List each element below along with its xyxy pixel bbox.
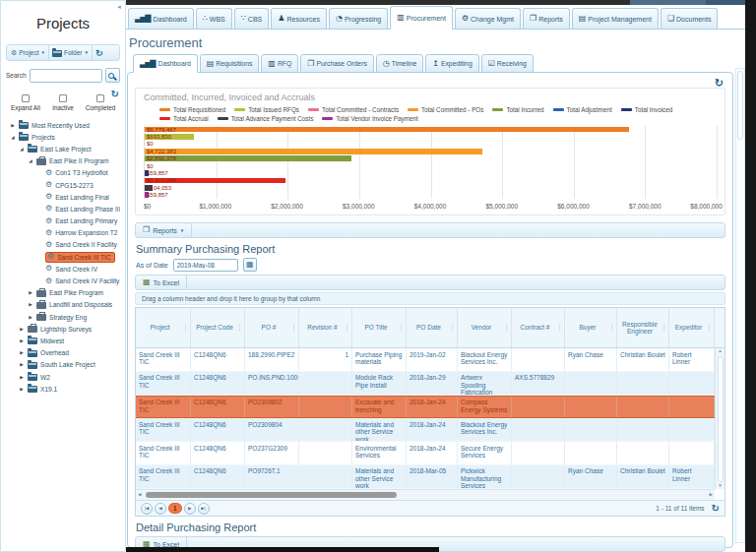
legend-item-total-committed-contracts[interactable]: Total Committed - Contracts [308, 106, 399, 113]
folder-menu-button[interactable]: Folder ▼ [49, 45, 93, 60]
subtab-purchase-orders[interactable]: ❐Purchase Orders [300, 54, 374, 73]
summary-to-excel-button[interactable]: ▦ To Excel [136, 276, 187, 289]
column-header-revision[interactable]: Revision #⋮ [299, 308, 352, 347]
scroll-left-icon[interactable]: ◀ [138, 492, 141, 497]
tree-item-harrow-expansion-t2[interactable]: ⚙Harrow Expansion T2 [6, 227, 120, 239]
legend-item-total-incurred[interactable]: Total Incurred [492, 106, 543, 113]
legend-item-total-advance-payment-costs[interactable]: Total Advance Payment Costs [218, 115, 314, 122]
column-menu-icon[interactable]: ⋮ [344, 324, 350, 332]
tree-item-projects[interactable]: ◢Projects [6, 131, 120, 143]
search-button[interactable] [105, 68, 120, 83]
tree-item-east-landing-phase-iii[interactable]: ⚙East Landing Phase III [6, 203, 120, 215]
column-menu-icon[interactable]: ⋮ [608, 324, 615, 332]
table-row[interactable]: Sand Creek III TICC1248QN6PO2309804Mater… [136, 418, 724, 442]
column-menu-icon[interactable]: ⋮ [236, 324, 243, 332]
tree-item-sand-creek-iv[interactable]: ⚙Sand Creek IV [6, 263, 120, 275]
tab-progressing[interactable]: ◔Progressing [329, 8, 388, 29]
tree-collapsed-arrow[interactable]: ▶ [19, 338, 25, 343]
search-input[interactable] [30, 69, 102, 83]
scrollbar-thumb[interactable] [737, 71, 743, 140]
tree-item-east-pike-ii-program[interactable]: ◢East Pike II Program [6, 155, 120, 167]
table-row[interactable]: Sand Creek III TICC1248QN6PO.INS.PND.100… [136, 372, 724, 396]
tab-project-management[interactable]: ▤Project Management [572, 8, 659, 29]
legend-item-total-issued-rfqs[interactable]: Total Issued RFQs [234, 106, 299, 113]
tab-documents[interactable]: ❏Documents [661, 8, 719, 29]
tree-expanded-arrow[interactable]: ◢ [10, 135, 16, 140]
table-row[interactable]: Sand Creek III TICC1248QN6188.2990.PIPE2… [136, 348, 724, 372]
column-header-buyer[interactable]: Buyer⋮ [565, 308, 617, 347]
tab-dashboard[interactable]: ▃▅▇Dashboard [128, 8, 194, 29]
scrollbar-thumb[interactable] [146, 492, 397, 498]
column-header-contract[interactable]: Contract #⋮ [512, 308, 565, 347]
tab-wbs[interactable]: ∴WBS [196, 8, 232, 29]
column-header-expeditor[interactable]: Expeditor⋮ [669, 308, 715, 347]
subtab-timeline[interactable]: ◷Timeline [376, 54, 423, 73]
grid-horizontal-scrollbar[interactable]: ◀ ▶ [136, 489, 715, 500]
grid-refresh-icon[interactable]: ↻ [712, 503, 720, 514]
column-header-po-title[interactable]: PO Title⋮ [352, 308, 407, 347]
scroll-up-icon[interactable]: ▲ [718, 349, 722, 354]
legend-item-total-requisitioned[interactable]: Total Requisitioned [159, 106, 225, 113]
tree-collapsed-arrow[interactable]: ▶ [28, 290, 33, 295]
column-menu-icon[interactable]: ⋮ [706, 324, 713, 332]
tree-item-w2[interactable]: ▶W2 [6, 371, 120, 383]
pager-first-button[interactable]: |◀ [141, 503, 153, 515]
pager-next-button[interactable]: ▶ [184, 503, 196, 515]
tree-item-south-lake-project[interactable]: ▶South Lake Project [6, 359, 120, 371]
subtab-requisitions[interactable]: ▤Requisitions [200, 54, 260, 73]
table-row[interactable]: Sand Creek III TICC1248QN6PO2309802Excav… [136, 396, 724, 419]
column-menu-icon[interactable]: ⋮ [398, 324, 405, 332]
table-row[interactable]: Sand Creek III TICC1248QN6PO9726T.1Mater… [136, 465, 724, 489]
reports-menu-button[interactable]: ❐ Reports ▼ [136, 223, 192, 237]
table-row[interactable]: Sand Creek III TICC1248QN6PO237G2309Envi… [136, 442, 724, 465]
tree-item-overhead[interactable]: ▶Overhead [6, 347, 120, 359]
tree-item-east-landing-final[interactable]: ⚙East Landing Final [6, 191, 120, 203]
sidebar-collapse-icon[interactable]: ◄ [116, 4, 122, 10]
tree-collapsed-arrow[interactable]: ▶ [19, 327, 25, 332]
tree-item-x19-1[interactable]: ▶X19.1 [6, 383, 120, 395]
tree-item-sand-creek-iv-facility[interactable]: ⚙Sand Creek IV Facility [6, 275, 120, 286]
tab-change-mgmt[interactable]: ⚙Change Mgmt [455, 8, 521, 29]
tree-expanded-arrow[interactable]: ◢ [19, 147, 25, 152]
column-menu-icon[interactable]: ⋮ [182, 324, 189, 332]
tree-collapsed-arrow[interactable]: ▶ [10, 123, 16, 128]
main-scrollbar[interactable] [735, 68, 745, 543]
subtab-rfq[interactable]: ▥RFQ [261, 54, 298, 73]
tree-item-lightship-surveys[interactable]: ▶Lightship Surveys [6, 323, 120, 335]
tab-procurement[interactable]: ▥Procurement [390, 6, 453, 30]
legend-item-total-accrual[interactable]: Total Accrual [159, 115, 209, 122]
legend-item-total-invoiced[interactable]: Total Invoiced [621, 106, 673, 113]
tree-collapsed-arrow[interactable]: ▶ [19, 362, 25, 367]
pager-page-1[interactable]: 1 [168, 503, 182, 514]
calendar-button[interactable]: ▦ [243, 258, 257, 272]
tab-resources[interactable]: ♟Resources [271, 8, 327, 29]
scroll-right-icon[interactable]: ▶ [710, 492, 713, 497]
tree-item-landfill-and-disposals[interactable]: ▶Landfill and Disposals [6, 299, 120, 311]
tree-item-midwest[interactable]: ▶Midwest [6, 335, 120, 346]
tree-item-most-recently-used[interactable]: ▶Most Recently Used [6, 119, 120, 131]
tree-item-cpg15-2273[interactable]: ⚙CPG15-2273 [6, 179, 120, 191]
completed-checkbox[interactable]: Completed [82, 94, 119, 111]
column-menu-icon[interactable]: ⋮ [503, 324, 510, 332]
column-header-project[interactable]: Project⋮ [136, 308, 191, 347]
tree-collapsed-arrow[interactable]: ▶ [19, 375, 25, 380]
expand-all-checkbox[interactable]: Expand All [7, 94, 44, 111]
sidebar-refresh-button[interactable]: ↻ [93, 48, 106, 58]
tree-item-east-lake-project[interactable]: ◢East Lake Project [6, 143, 120, 154]
subtab-receiving[interactable]: ☑Receiving [481, 54, 534, 73]
grid-vertical-scrollbar[interactable]: ▲ ▼ [715, 348, 724, 489]
tab-reports[interactable]: ❐Reports [523, 8, 570, 29]
tree-item-sand-creek-ii-facility[interactable]: ⚙Sand Creek II Facility [6, 239, 120, 251]
scrollbar-thumb[interactable] [718, 356, 724, 482]
subtab-dashboard[interactable]: ▃▅▇Dashboard [133, 54, 198, 73]
pager-prev-button[interactable]: ◀ [155, 503, 166, 515]
tree-item-strategy-eng[interactable]: ▶Strategy Eng [6, 311, 120, 323]
column-menu-icon[interactable]: ⋮ [556, 324, 563, 332]
legend-item-total-adjustment[interactable]: Total Adjustment [553, 106, 612, 113]
tree-item-east-pike-program[interactable]: ▶East Pike Program [6, 287, 120, 299]
column-menu-icon[interactable]: ⋮ [661, 324, 667, 332]
as-of-date-input[interactable] [173, 259, 238, 272]
column-menu-icon[interactable]: ⋮ [290, 324, 297, 332]
scroll-down-icon[interactable]: ▼ [718, 484, 722, 489]
tree-collapsed-arrow[interactable]: ▶ [19, 387, 25, 392]
